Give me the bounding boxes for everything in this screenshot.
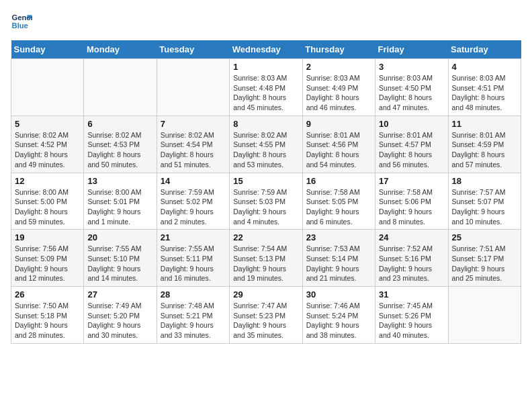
- calendar-empty-cell: [448, 287, 521, 344]
- day-number: 29: [233, 289, 298, 300]
- calendar-day-cell: 25Sunrise: 7:51 AM Sunset: 5:17 PM Dayli…: [448, 230, 521, 287]
- weekday-header-monday: Monday: [84, 40, 157, 59]
- calendar-empty-cell: [157, 59, 229, 116]
- day-info: Sunrise: 8:02 AM Sunset: 4:53 PM Dayligh…: [87, 130, 152, 170]
- day-number: 21: [161, 232, 226, 242]
- calendar-day-cell: 26Sunrise: 7:50 AM Sunset: 5:18 PM Dayli…: [11, 287, 84, 344]
- svg-text:Blue: Blue: [12, 21, 28, 30]
- calendar-empty-cell: [11, 59, 84, 116]
- logo: General Blue: [11, 11, 32, 32]
- day-info: Sunrise: 8:00 AM Sunset: 5:00 PM Dayligh…: [15, 187, 80, 227]
- calendar-week-row: 1Sunrise: 8:03 AM Sunset: 4:48 PM Daylig…: [11, 59, 521, 116]
- day-number: 23: [306, 232, 371, 242]
- calendar-day-cell: 24Sunrise: 7:52 AM Sunset: 5:16 PM Dayli…: [375, 230, 448, 287]
- day-info: Sunrise: 8:01 AM Sunset: 4:56 PM Dayligh…: [306, 130, 371, 170]
- day-number: 24: [379, 232, 444, 242]
- day-info: Sunrise: 8:03 AM Sunset: 4:49 PM Dayligh…: [306, 73, 371, 113]
- weekday-header-friday: Friday: [375, 40, 448, 59]
- calendar-day-cell: 5Sunrise: 8:02 AM Sunset: 4:52 PM Daylig…: [11, 116, 84, 173]
- day-number: 19: [15, 232, 80, 242]
- calendar-day-cell: 17Sunrise: 7:58 AM Sunset: 5:06 PM Dayli…: [375, 173, 448, 230]
- day-info: Sunrise: 7:57 AM Sunset: 5:07 PM Dayligh…: [452, 187, 517, 227]
- calendar-day-cell: 7Sunrise: 8:02 AM Sunset: 4:54 PM Daylig…: [157, 116, 229, 173]
- calendar-day-cell: 4Sunrise: 8:03 AM Sunset: 4:51 PM Daylig…: [448, 59, 521, 116]
- day-number: 13: [87, 176, 152, 186]
- calendar-day-cell: 8Sunrise: 8:02 AM Sunset: 4:55 PM Daylig…: [230, 116, 302, 173]
- day-number: 7: [161, 119, 226, 129]
- weekday-header-tuesday: Tuesday: [157, 40, 229, 59]
- day-info: Sunrise: 7:58 AM Sunset: 5:05 PM Dayligh…: [306, 187, 371, 227]
- weekday-header-sunday: Sunday: [11, 40, 84, 59]
- day-number: 18: [452, 176, 517, 186]
- calendar-day-cell: 14Sunrise: 7:59 AM Sunset: 5:02 PM Dayli…: [157, 173, 229, 230]
- calendar-week-row: 19Sunrise: 7:56 AM Sunset: 5:09 PM Dayli…: [11, 230, 521, 287]
- calendar-week-row: 26Sunrise: 7:50 AM Sunset: 5:18 PM Dayli…: [11, 287, 521, 344]
- calendar-day-cell: 16Sunrise: 7:58 AM Sunset: 5:05 PM Dayli…: [302, 173, 375, 230]
- day-number: 3: [379, 62, 444, 72]
- day-info: Sunrise: 7:59 AM Sunset: 5:03 PM Dayligh…: [233, 187, 298, 227]
- calendar-day-cell: 11Sunrise: 8:01 AM Sunset: 4:59 PM Dayli…: [448, 116, 521, 173]
- calendar-day-cell: 23Sunrise: 7:53 AM Sunset: 5:14 PM Dayli…: [302, 230, 375, 287]
- day-number: 17: [379, 176, 444, 186]
- calendar-day-cell: 28Sunrise: 7:48 AM Sunset: 5:21 PM Dayli…: [157, 287, 229, 344]
- calendar-week-row: 12Sunrise: 8:00 AM Sunset: 5:00 PM Dayli…: [11, 173, 521, 230]
- day-number: 5: [15, 119, 80, 129]
- page-header: General Blue: [11, 11, 521, 32]
- calendar-day-cell: 20Sunrise: 7:55 AM Sunset: 5:10 PM Dayli…: [84, 230, 157, 287]
- day-number: 26: [15, 289, 80, 300]
- weekday-header-saturday: Saturday: [448, 40, 521, 59]
- calendar-empty-cell: [84, 59, 157, 116]
- day-number: 25: [452, 232, 517, 242]
- day-number: 16: [306, 176, 371, 186]
- logo-icon: General Blue: [11, 11, 32, 32]
- day-number: 28: [161, 289, 226, 300]
- day-info: Sunrise: 8:03 AM Sunset: 4:48 PM Dayligh…: [233, 73, 298, 113]
- day-number: 12: [15, 176, 80, 186]
- day-info: Sunrise: 7:49 AM Sunset: 5:20 PM Dayligh…: [87, 301, 152, 340]
- day-info: Sunrise: 7:53 AM Sunset: 5:14 PM Dayligh…: [306, 244, 371, 283]
- day-info: Sunrise: 7:48 AM Sunset: 5:21 PM Dayligh…: [161, 301, 226, 340]
- day-info: Sunrise: 7:51 AM Sunset: 5:17 PM Dayligh…: [452, 244, 517, 283]
- day-info: Sunrise: 7:46 AM Sunset: 5:24 PM Dayligh…: [306, 301, 371, 340]
- day-number: 9: [306, 119, 371, 129]
- day-info: Sunrise: 8:00 AM Sunset: 5:01 PM Dayligh…: [87, 187, 152, 227]
- day-number: 2: [306, 62, 371, 72]
- day-info: Sunrise: 8:02 AM Sunset: 4:52 PM Dayligh…: [15, 130, 80, 170]
- day-info: Sunrise: 8:02 AM Sunset: 4:55 PM Dayligh…: [233, 130, 298, 170]
- weekday-header-thursday: Thursday: [302, 40, 375, 59]
- day-number: 10: [379, 119, 444, 129]
- day-info: Sunrise: 7:59 AM Sunset: 5:02 PM Dayligh…: [161, 187, 226, 227]
- day-info: Sunrise: 8:03 AM Sunset: 4:50 PM Dayligh…: [379, 73, 444, 113]
- day-number: 11: [452, 119, 517, 129]
- day-info: Sunrise: 8:02 AM Sunset: 4:54 PM Dayligh…: [161, 130, 226, 170]
- calendar-week-row: 5Sunrise: 8:02 AM Sunset: 4:52 PM Daylig…: [11, 116, 521, 173]
- weekday-header-row: SundayMondayTuesdayWednesdayThursdayFrid…: [11, 40, 521, 59]
- day-number: 1: [233, 62, 298, 72]
- day-number: 4: [452, 62, 517, 72]
- calendar-day-cell: 27Sunrise: 7:49 AM Sunset: 5:20 PM Dayli…: [84, 287, 157, 344]
- day-info: Sunrise: 7:55 AM Sunset: 5:11 PM Dayligh…: [161, 244, 226, 283]
- calendar-day-cell: 6Sunrise: 8:02 AM Sunset: 4:53 PM Daylig…: [84, 116, 157, 173]
- calendar-day-cell: 13Sunrise: 8:00 AM Sunset: 5:01 PM Dayli…: [84, 173, 157, 230]
- day-info: Sunrise: 7:47 AM Sunset: 5:23 PM Dayligh…: [233, 301, 298, 340]
- day-info: Sunrise: 7:45 AM Sunset: 5:26 PM Dayligh…: [379, 301, 444, 340]
- day-info: Sunrise: 8:01 AM Sunset: 4:57 PM Dayligh…: [379, 130, 444, 170]
- day-info: Sunrise: 7:56 AM Sunset: 5:09 PM Dayligh…: [15, 244, 80, 283]
- day-number: 22: [233, 232, 298, 242]
- calendar-day-cell: 19Sunrise: 7:56 AM Sunset: 5:09 PM Dayli…: [11, 230, 84, 287]
- day-info: Sunrise: 7:52 AM Sunset: 5:16 PM Dayligh…: [379, 244, 444, 283]
- calendar-day-cell: 30Sunrise: 7:46 AM Sunset: 5:24 PM Dayli…: [302, 287, 375, 344]
- day-number: 6: [87, 119, 152, 129]
- calendar-day-cell: 22Sunrise: 7:54 AM Sunset: 5:13 PM Dayli…: [230, 230, 302, 287]
- calendar-day-cell: 3Sunrise: 8:03 AM Sunset: 4:50 PM Daylig…: [375, 59, 448, 116]
- calendar-table: SundayMondayTuesdayWednesdayThursdayFrid…: [11, 40, 521, 344]
- day-number: 14: [161, 176, 226, 186]
- calendar-day-cell: 1Sunrise: 8:03 AM Sunset: 4:48 PM Daylig…: [230, 59, 302, 116]
- day-info: Sunrise: 8:03 AM Sunset: 4:51 PM Dayligh…: [452, 73, 517, 113]
- day-info: Sunrise: 8:01 AM Sunset: 4:59 PM Dayligh…: [452, 130, 517, 170]
- calendar-day-cell: 18Sunrise: 7:57 AM Sunset: 5:07 PM Dayli…: [448, 173, 521, 230]
- calendar-day-cell: 15Sunrise: 7:59 AM Sunset: 5:03 PM Dayli…: [230, 173, 302, 230]
- calendar-day-cell: 12Sunrise: 8:00 AM Sunset: 5:00 PM Dayli…: [11, 173, 84, 230]
- calendar-day-cell: 10Sunrise: 8:01 AM Sunset: 4:57 PM Dayli…: [375, 116, 448, 173]
- day-number: 20: [87, 232, 152, 242]
